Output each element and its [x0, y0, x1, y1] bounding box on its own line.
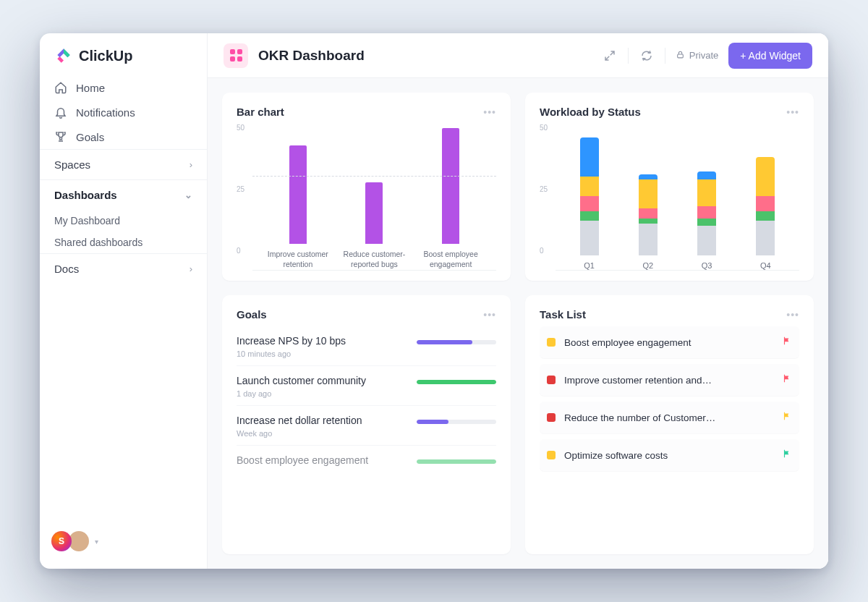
stack-segment	[697, 179, 716, 206]
card-title: Workload by Status	[540, 106, 641, 118]
avatar	[51, 531, 72, 551]
card-title: Task List	[540, 308, 586, 321]
more-icon[interactable]: •••	[483, 309, 496, 321]
section-docs[interactable]: Docs ›	[40, 253, 207, 284]
nav-goals[interactable]: Goals	[40, 124, 207, 149]
stack-segment	[697, 171, 716, 179]
dashboard-icon	[224, 43, 248, 68]
avatar	[69, 531, 89, 551]
nav-label: Notifications	[76, 106, 135, 119]
goal-name: Increase NPS by 10 bps	[237, 335, 346, 347]
flag-icon[interactable]	[782, 373, 792, 386]
more-icon[interactable]: •••	[483, 106, 496, 118]
user-switcher[interactable]: ▾	[40, 524, 207, 559]
bar	[289, 145, 307, 244]
flag-icon[interactable]	[782, 336, 792, 349]
flag-icon[interactable]	[782, 411, 792, 424]
stack-segment	[756, 211, 775, 221]
visibility-toggle[interactable]: Private	[676, 50, 718, 62]
trophy-icon	[54, 130, 67, 143]
section-spaces[interactable]: Spaces ›	[40, 149, 207, 179]
status-square-icon	[547, 413, 556, 422]
brand-name: ClickUp	[79, 48, 132, 64]
more-icon[interactable]: •••	[786, 309, 799, 321]
bar-chart: 50250 Improve customer retentionReduce c…	[237, 124, 496, 271]
task-row[interactable]: Boost employee engagement	[540, 326, 799, 358]
y-tick: 0	[237, 247, 241, 255]
brand-logo[interactable]: ClickUp	[40, 46, 207, 75]
goal-name: Boost employee engagement	[237, 454, 368, 466]
sidebar-item-shared-dashboards[interactable]: Shared dashboards	[40, 232, 207, 253]
task-row[interactable]: Reduce the number of Customer…	[540, 402, 799, 433]
stack	[580, 137, 599, 255]
stack	[756, 157, 775, 255]
flag-icon[interactable]	[782, 449, 792, 462]
nav-notifications[interactable]: Notifications	[40, 100, 207, 124]
separator	[665, 48, 665, 64]
section-dashboards[interactable]: Dashboards ⌄	[40, 179, 207, 210]
status-square-icon	[547, 376, 556, 384]
section-label: Docs	[54, 263, 79, 275]
svg-rect-0	[678, 54, 684, 57]
sidebar: ClickUp Home Notifications Goals Spaces …	[40, 33, 208, 569]
bar	[442, 128, 459, 244]
reference-line	[252, 176, 496, 177]
visibility-label: Private	[689, 50, 718, 61]
stack-column: Q2	[622, 174, 674, 270]
clickup-logo-icon	[54, 46, 73, 65]
stack	[639, 174, 658, 255]
lock-icon	[676, 50, 685, 62]
task-row[interactable]: Optimize software costs	[540, 439, 799, 471]
refresh-icon[interactable]	[639, 48, 655, 64]
goal-row[interactable]: Launch customer community1 day ago	[237, 366, 496, 406]
page-title: OKR Dashboard	[258, 48, 365, 64]
stack-segment	[756, 196, 775, 211]
home-icon	[54, 81, 67, 94]
stack-segment	[580, 196, 599, 211]
nav-home[interactable]: Home	[40, 75, 207, 100]
topbar: OKR Dashboard Private + Add Widget	[208, 33, 828, 78]
main: OKR Dashboard Private + Add Widget Bar c…	[208, 33, 828, 569]
progress-bar	[417, 459, 496, 464]
chevron-right-icon: ›	[190, 159, 192, 170]
card-task-list: Task List ••• Boost employee engagementI…	[525, 295, 814, 554]
bar-label: Boost employee engagement	[417, 250, 485, 270]
chevron-down-icon: ⌄	[184, 190, 192, 200]
y-tick: 50	[540, 124, 548, 132]
y-tick: 50	[237, 124, 244, 132]
bell-icon	[54, 106, 67, 119]
content-grid: Bar chart ••• 50250 Improve customer ret…	[208, 78, 828, 569]
bar-label: Reduce customer-reported bugs	[340, 250, 409, 270]
bar-column: Boost employee engagement	[417, 128, 485, 270]
caret-down-icon: ▾	[95, 538, 98, 546]
bar	[365, 182, 383, 244]
progress-bar	[417, 380, 496, 384]
section-label: Dashboards	[54, 189, 117, 201]
more-icon[interactable]: •••	[786, 106, 799, 118]
task-list: Boost employee engagementImprove custome…	[540, 326, 799, 477]
goals-list: Increase NPS by 10 bps10 minutes agoLaun…	[237, 326, 496, 476]
stack-column: Q3	[681, 171, 733, 270]
task-row[interactable]: Improve customer retention and…	[540, 364, 799, 396]
stack-column: Q1	[563, 137, 616, 270]
card-goals: Goals ••• Increase NPS by 10 bps10 minut…	[222, 295, 511, 554]
card-title: Bar chart	[237, 106, 284, 118]
status-square-icon	[547, 451, 556, 459]
stacked-chart: 50250 Q1Q2Q3Q4	[540, 124, 799, 271]
stack-label: Q1	[584, 261, 595, 270]
goal-row[interactable]: Increase NPS by 10 bps10 minutes ago	[237, 326, 496, 366]
stack-segment	[639, 208, 658, 219]
sidebar-item-my-dashboard[interactable]: My Dashboard	[40, 210, 207, 232]
goal-row[interactable]: Boost employee engagement	[237, 446, 496, 476]
expand-icon[interactable]	[602, 48, 618, 64]
app-frame: ClickUp Home Notifications Goals Spaces …	[40, 33, 828, 569]
card-bar-chart: Bar chart ••• 50250 Improve customer ret…	[222, 93, 511, 281]
card-title: Goals	[237, 308, 267, 321]
stack-column: Q4	[740, 157, 792, 270]
bar-label: Improve customer retention	[263, 250, 332, 270]
add-widget-button[interactable]: + Add Widget	[728, 43, 812, 69]
stack-segment	[697, 226, 716, 255]
goal-row[interactable]: Increase net dollar retentionWeek ago	[237, 406, 496, 446]
task-name: Improve customer retention and…	[564, 375, 773, 386]
stack-segment	[639, 179, 658, 209]
